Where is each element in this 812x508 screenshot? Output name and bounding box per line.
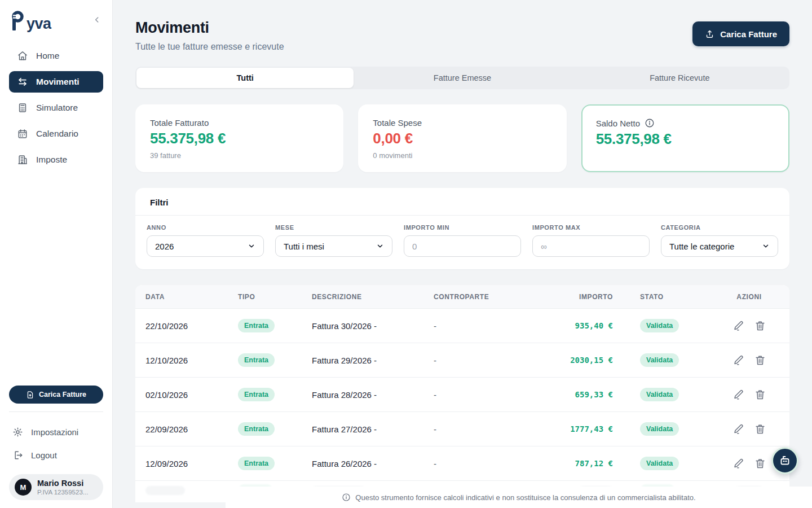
category-select[interactable]: Tutte le categorie xyxy=(661,235,778,257)
sidebar-collapse-button[interactable] xyxy=(91,13,103,28)
card-label: Totale Fatturato xyxy=(150,118,329,128)
category-select-value: Tutte le categorie xyxy=(669,242,734,251)
month-select[interactable]: Tutti i mesi xyxy=(275,235,392,257)
pyva-logo-icon xyxy=(9,10,26,30)
sidebar: yva Home Movimenti Simulatore xyxy=(0,0,113,508)
sidebar-item-calendario[interactable]: Calendario xyxy=(9,123,103,144)
sidebar-item-home[interactable]: Home xyxy=(9,45,103,67)
type-badge: Entrata xyxy=(238,422,275,436)
disclaimer-text: Questo strumento fornisce calcoli indica… xyxy=(355,493,695,502)
chevron-down-icon xyxy=(376,242,384,250)
card-value: 55.375,98 € xyxy=(596,130,775,148)
row-date: 02/10/2026 xyxy=(145,390,238,400)
trash-icon xyxy=(754,354,766,366)
edit-button[interactable] xyxy=(732,388,745,401)
row-amount: 935,40 € xyxy=(555,321,640,330)
delete-button[interactable] xyxy=(754,319,766,332)
filter-label: ANNO xyxy=(147,224,264,231)
status-badge: Validata xyxy=(640,353,679,367)
pencil-icon xyxy=(732,354,745,366)
table-row: 02/10/2026 Entrata Fattura 28/2026 - - 6… xyxy=(135,378,789,412)
sidebar-item-impostazioni[interactable]: Impostazioni xyxy=(9,422,103,442)
card-saldo-netto: Saldo Netto 55.375,98 € xyxy=(581,104,789,172)
upload-icon xyxy=(705,29,714,39)
card-sub: 0 movimenti xyxy=(373,151,551,160)
filters-panel: Filtri ANNO 2026 MESE Tutti i mesi IMPOR… xyxy=(135,188,789,269)
user-profile-card[interactable]: M Mario Rossi P.IVA 12359523... xyxy=(9,474,103,500)
row-amount: 659,33 € xyxy=(555,390,640,399)
edit-button[interactable] xyxy=(732,423,745,435)
col-descrizione: DESCRIZIONE xyxy=(312,293,434,301)
row-date: 22/09/2026 xyxy=(145,424,238,434)
page-subtitle: Tutte le tue fatture emesse e ricevute xyxy=(135,42,284,52)
filter-importo-max: IMPORTO MAX xyxy=(532,224,650,257)
amount-max-input[interactable] xyxy=(541,242,641,251)
edit-button[interactable] xyxy=(732,354,745,366)
delete-button[interactable] xyxy=(754,388,766,401)
card-label: Totale Spese xyxy=(373,118,551,128)
year-select[interactable]: 2026 xyxy=(147,235,264,257)
col-controparte: CONTROPARTE xyxy=(434,293,555,301)
row-counterpart: - xyxy=(434,424,555,434)
row-date: 12/09/2026 xyxy=(145,459,238,468)
edit-button[interactable] xyxy=(732,457,745,470)
sidebar-item-label: Simulatore xyxy=(36,103,78,113)
row-description: Fattura 26/2026 - xyxy=(312,459,434,468)
trash-icon xyxy=(754,388,766,401)
filter-label: CATEGORIA xyxy=(661,224,778,231)
col-azioni: AZIONI xyxy=(719,293,779,301)
sidebar-nav: Home Movimenti Simulatore Calendario Imp… xyxy=(0,45,112,170)
filter-label: IMPORTO MAX xyxy=(532,224,650,231)
sidebar-item-label: Movimenti xyxy=(36,77,80,87)
sidebar-item-logout[interactable]: Logout xyxy=(9,445,103,465)
row-amount: 2030,15 € xyxy=(555,356,640,365)
pyva-logo: yva xyxy=(9,10,51,30)
sidebar-item-label: Home xyxy=(36,51,59,61)
tab-fatture-emesse[interactable]: Fatture Emesse xyxy=(354,68,571,88)
sidebar-item-simulatore[interactable]: Simulatore xyxy=(9,97,103,119)
delete-button[interactable] xyxy=(754,457,766,470)
filter-label: MESE xyxy=(275,224,392,231)
upload-invoices-button[interactable]: Carica Fatture xyxy=(692,21,789,46)
tab-fatture-ricevute[interactable]: Fatture Ricevute xyxy=(571,68,788,88)
card-value: 55.375,98 € xyxy=(150,130,329,147)
amount-min-input[interactable] xyxy=(412,242,513,251)
row-date: 12/10/2026 xyxy=(145,356,238,365)
status-badge: Validata xyxy=(640,457,679,470)
filter-mese: MESE Tutti i mesi xyxy=(275,224,392,257)
filter-importo-min: IMPORTO MIN xyxy=(404,224,521,257)
edit-button[interactable] xyxy=(732,319,745,332)
movements-tabs: Tutti Fatture Emesse Fatture Ricevute xyxy=(135,67,789,89)
year-select-value: 2026 xyxy=(155,242,174,251)
row-amount: 1777,43 € xyxy=(555,424,640,433)
pencil-icon xyxy=(732,319,745,332)
file-upload-icon xyxy=(26,391,34,399)
filter-anno: ANNO 2026 xyxy=(147,224,264,257)
delete-button[interactable] xyxy=(754,423,766,435)
sidebar-item-imposte[interactable]: Imposte xyxy=(9,149,103,170)
row-date: 22/10/2026 xyxy=(145,321,238,331)
delete-button[interactable] xyxy=(754,354,766,366)
sidebar-upload-label: Carica Fatture xyxy=(39,391,86,398)
info-icon[interactable] xyxy=(645,118,655,128)
row-counterpart: - xyxy=(434,390,555,400)
status-badge: Validata xyxy=(640,422,679,436)
sidebar-upload-invoices-button[interactable]: Carica Fatture xyxy=(9,386,103,404)
col-importo: IMPORTO xyxy=(555,293,640,301)
sidebar-item-movimenti[interactable]: Movimenti xyxy=(9,71,103,93)
tab-tutti[interactable]: Tutti xyxy=(136,68,354,88)
row-description: Fattura 28/2026 - xyxy=(312,390,434,400)
chatbot-fab[interactable] xyxy=(771,447,798,474)
table-row: 22/10/2026 Entrata Fattura 30/2026 - - 9… xyxy=(135,309,789,343)
table-row: 12/10/2026 Entrata Fattura 29/2026 - - 2… xyxy=(135,343,789,378)
user-name: Mario Rossi xyxy=(37,479,88,488)
trash-icon xyxy=(754,457,766,470)
page-title: Movimenti xyxy=(135,19,284,37)
col-stato: STATO xyxy=(640,293,719,301)
col-data: DATA xyxy=(145,293,238,301)
card-totale-fatturato: Totale Fatturato 55.375,98 € 39 fatture xyxy=(135,104,343,172)
user-vat: P.IVA 12359523... xyxy=(37,489,88,496)
disclaimer-footer: Questo strumento fornisce calcoli indica… xyxy=(226,487,812,508)
row-description: Fattura 30/2026 - xyxy=(312,321,434,331)
type-badge: Entrata xyxy=(238,388,275,401)
